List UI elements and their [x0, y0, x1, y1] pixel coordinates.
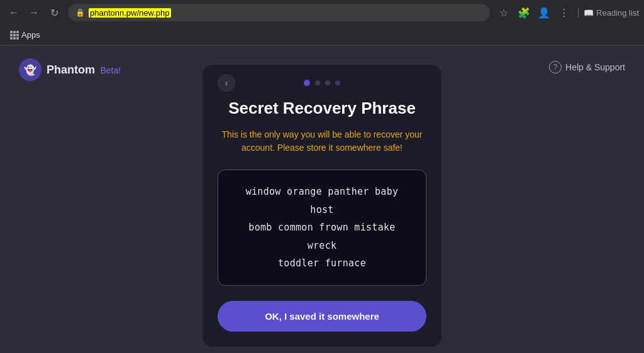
address-text: phantonn.pw/new.php — [89, 8, 171, 18]
browser-toolbar: ← → ↻ 🔒 phantonn.pw/new.php ☆ 🧩 👤 ⋮ 📖 Re… — [0, 0, 644, 25]
step-dots — [304, 80, 340, 86]
card-subtitle: This is the only way you will be able to… — [218, 128, 426, 155]
dot-1 — [304, 80, 310, 86]
phantom-name: Phantom — [47, 63, 95, 76]
main-content: 👻 Phantom Beta! ? Help & Support ‹ Secre… — [0, 46, 644, 353]
dot-4 — [335, 80, 340, 85]
help-icon: ? — [549, 61, 562, 73]
phrase-line-2: bomb common frown mistake wreck — [233, 219, 411, 254]
profile-button[interactable]: 👤 — [535, 4, 553, 21]
url-highlight: phantonn.pw/new.php — [89, 8, 171, 18]
apps-label: Apps — [21, 30, 40, 40]
reload-button[interactable]: ↻ — [45, 4, 63, 21]
bookmarks-bar: Apps — [0, 25, 644, 45]
help-support-label: Help & Support — [565, 62, 625, 72]
ok-saved-button[interactable]: OK, I saved it somewhere — [218, 301, 426, 332]
apps-button[interactable]: Apps — [5, 28, 45, 42]
help-support-button[interactable]: ? Help & Support — [549, 61, 625, 73]
nav-buttons: ← → ↻ — [5, 4, 63, 21]
address-bar[interactable]: 🔒 phantonn.pw/new.php — [68, 4, 490, 21]
browser-chrome: ← → ↻ 🔒 phantonn.pw/new.php ☆ 🧩 👤 ⋮ 📖 Re… — [0, 0, 644, 46]
dot-3 — [325, 80, 330, 85]
phrase-box: window orange panther baby host bomb com… — [218, 170, 426, 286]
reading-list-label: Reading list — [596, 8, 639, 18]
dot-2 — [315, 80, 320, 85]
reading-list-area[interactable]: 📖 Reading list — [578, 8, 639, 18]
phrase-line-3: toddler furnace — [233, 254, 411, 273]
card-back-button[interactable]: ‹ — [218, 74, 235, 92]
card-nav: ‹ — [218, 80, 426, 86]
lock-icon: 🔒 — [75, 8, 85, 17]
phantom-logo: 👻 Phantom Beta! — [19, 58, 121, 81]
card-title: Secret Recovery Phrase — [218, 99, 426, 118]
phantom-beta: Beta! — [100, 65, 121, 75]
reading-list-icon: 📖 — [584, 8, 594, 18]
phantom-icon: 👻 — [19, 58, 42, 81]
star-button[interactable]: ☆ — [495, 4, 513, 21]
menu-button[interactable]: ⋮ — [555, 4, 573, 21]
toolbar-icons: ☆ 🧩 👤 ⋮ — [495, 4, 573, 21]
phrase-line-1: window orange panther baby host — [233, 183, 411, 219]
forward-button[interactable]: → — [25, 4, 43, 21]
phrase-text: window orange panther baby host bomb com… — [233, 183, 411, 273]
grid-icon — [10, 31, 19, 40]
back-button[interactable]: ← — [5, 4, 23, 21]
recovery-phrase-card: ‹ Secret Recovery Phrase This is the onl… — [203, 65, 441, 347]
extensions-button[interactable]: 🧩 — [515, 4, 533, 21]
